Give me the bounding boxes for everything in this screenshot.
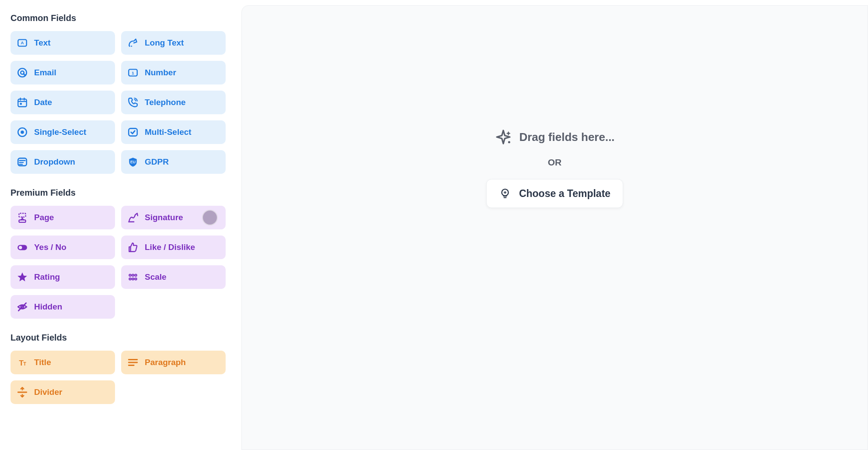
- page-icon: [17, 212, 28, 223]
- field-paragraph[interactable]: Paragraph: [121, 351, 226, 374]
- field-multi-select[interactable]: Multi-Select: [121, 120, 226, 144]
- star-icon: [17, 271, 28, 283]
- field-label: Paragraph: [145, 358, 186, 367]
- field-label: Single-Select: [34, 127, 86, 137]
- field-email[interactable]: Email: [10, 61, 115, 84]
- section-header-premium: Premium Fields: [10, 188, 226, 198]
- field-label: Title: [34, 358, 51, 367]
- long-text-icon: [127, 37, 139, 49]
- section-header-common: Common Fields: [10, 13, 226, 23]
- template-button-label: Choose a Template: [519, 188, 610, 200]
- field-page[interactable]: Page: [10, 206, 115, 229]
- signature-icon: [127, 212, 139, 223]
- field-gdpr[interactable]: GDPR: [121, 150, 226, 174]
- field-label: Date: [34, 98, 52, 107]
- field-label: Text: [34, 38, 51, 48]
- fields-sidebar: Common FieldsTextLong TextEmailNumberDat…: [0, 0, 236, 450]
- field-label: Long Text: [145, 38, 184, 48]
- field-rating[interactable]: Rating: [10, 265, 115, 289]
- checkbox-icon: [127, 127, 139, 138]
- dropdown-icon: [17, 156, 28, 168]
- field-label: Telephone: [145, 98, 186, 107]
- field-label: Page: [34, 213, 54, 222]
- section-header-layout: Layout Fields: [10, 333, 226, 343]
- field-title[interactable]: Title: [10, 351, 115, 374]
- cursor-indicator: [202, 210, 218, 225]
- field-like-dislike[interactable]: Like / Dislike: [121, 236, 226, 259]
- field-text[interactable]: Text: [10, 31, 115, 55]
- field-label: GDPR: [145, 157, 169, 167]
- field-divider[interactable]: Divider: [10, 380, 115, 404]
- field-label: Scale: [145, 272, 167, 282]
- radio-icon: [17, 127, 28, 138]
- text-icon: [17, 37, 28, 49]
- field-label: Yes / No: [34, 243, 66, 252]
- hidden-icon: [17, 301, 28, 313]
- telephone-icon: [127, 97, 139, 108]
- field-scale[interactable]: Scale: [121, 265, 226, 289]
- or-separator: OR: [548, 157, 562, 168]
- bulb-icon: [499, 187, 511, 200]
- toggle-icon: [17, 242, 28, 253]
- field-hidden[interactable]: Hidden: [10, 295, 115, 319]
- email-icon: [17, 67, 28, 78]
- thumbs-icon: [127, 242, 139, 253]
- divider-icon: [17, 387, 28, 398]
- section-common: Common FieldsTextLong TextEmailNumberDat…: [10, 13, 226, 174]
- number-icon: [127, 67, 139, 78]
- field-label: Email: [34, 68, 56, 77]
- field-label: Like / Dislike: [145, 243, 195, 252]
- fields-grid: TextLong TextEmailNumberDateTelephoneSin…: [10, 31, 226, 174]
- field-dropdown[interactable]: Dropdown: [10, 150, 115, 174]
- field-number[interactable]: Number: [121, 61, 226, 84]
- scale-icon: [127, 271, 139, 283]
- field-date[interactable]: Date: [10, 91, 115, 114]
- date-icon: [17, 97, 28, 108]
- field-signature[interactable]: Signature: [121, 206, 226, 229]
- main-area: Drag fields here... OR Choose a Template: [236, 0, 868, 450]
- choose-template-button[interactable]: Choose a Template: [486, 179, 623, 208]
- field-label: Dropdown: [34, 157, 75, 167]
- sparkle-icon: [495, 128, 512, 146]
- title-icon: [17, 357, 28, 368]
- gdpr-icon: [127, 156, 139, 168]
- fields-grid: TitleParagraphDivider: [10, 351, 226, 404]
- field-yes-no[interactable]: Yes / No: [10, 236, 115, 259]
- field-label: Signature: [145, 213, 183, 222]
- drag-hint: Drag fields here...: [495, 128, 614, 146]
- field-single-select[interactable]: Single-Select: [10, 120, 115, 144]
- fields-grid: PageSignatureYes / NoLike / DislikeRatin…: [10, 206, 226, 319]
- form-canvas[interactable]: Drag fields here... OR Choose a Template: [241, 5, 868, 450]
- field-telephone[interactable]: Telephone: [121, 91, 226, 114]
- section-premium: Premium FieldsPageSignatureYes / NoLike …: [10, 188, 226, 319]
- section-layout: Layout FieldsTitleParagraphDivider: [10, 333, 226, 404]
- field-label: Hidden: [34, 302, 62, 312]
- field-long-text[interactable]: Long Text: [121, 31, 226, 55]
- drag-hint-text: Drag fields here...: [519, 130, 614, 144]
- field-label: Divider: [34, 387, 62, 397]
- field-label: Rating: [34, 272, 60, 282]
- field-label: Number: [145, 68, 176, 77]
- field-label: Multi-Select: [145, 127, 192, 137]
- paragraph-icon: [127, 357, 139, 368]
